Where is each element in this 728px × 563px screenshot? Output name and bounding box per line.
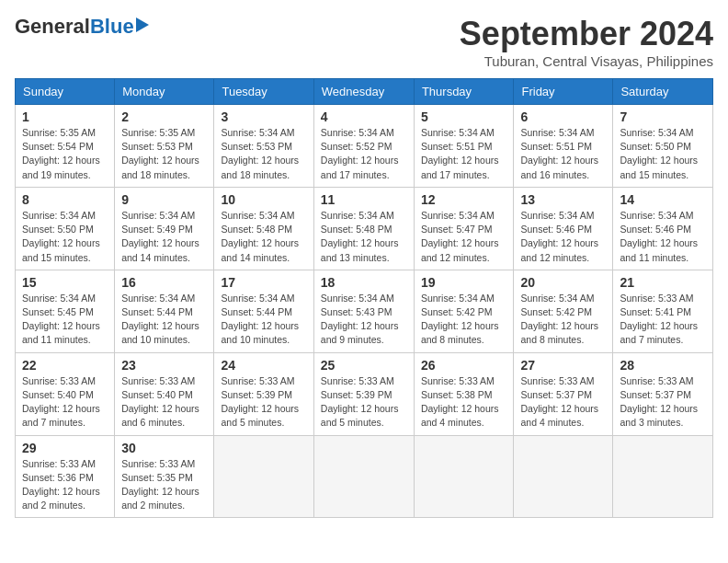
day-info: Sunrise: 5:35 AMSunset: 5:53 PMDaylight:… (121, 126, 207, 182)
day-info: Sunrise: 5:33 AMSunset: 5:38 PMDaylight:… (421, 374, 507, 431)
calendar-cell (613, 435, 713, 518)
calendar-cell: 17 Sunrise: 5:34 AMSunset: 5:44 PMDaylig… (214, 270, 313, 352)
day-info: Sunrise: 5:34 AMSunset: 5:53 PMDaylight:… (221, 126, 306, 182)
day-info: Sunrise: 5:34 AMSunset: 5:48 PMDaylight:… (321, 209, 407, 265)
calendar-header-saturday: Saturday (613, 79, 713, 105)
calendar-row-0: 1 Sunrise: 5:35 AMSunset: 5:54 PMDayligh… (16, 105, 713, 188)
day-info: Sunrise: 5:33 AMSunset: 5:39 PMDaylight:… (321, 374, 407, 431)
title-block: September 2024 Tuburan, Central Visayas,… (460, 15, 713, 69)
day-info: Sunrise: 5:33 AMSunset: 5:40 PMDaylight:… (22, 374, 108, 431)
day-number: 27 (520, 358, 606, 373)
day-number: 20 (520, 275, 606, 290)
calendar-row-2: 15 Sunrise: 5:34 AMSunset: 5:45 PMDaylig… (16, 270, 713, 352)
calendar-cell (514, 435, 613, 518)
day-number: 12 (421, 192, 507, 207)
calendar-cell: 22 Sunrise: 5:33 AMSunset: 5:40 PMDaylig… (16, 352, 115, 435)
calendar-cell (214, 435, 313, 518)
calendar-cell: 11 Sunrise: 5:34 AMSunset: 5:48 PMDaylig… (313, 187, 414, 270)
day-number: 4 (321, 109, 407, 124)
day-info: Sunrise: 5:33 AMSunset: 5:36 PMDaylight:… (22, 457, 108, 513)
day-info: Sunrise: 5:33 AMSunset: 5:41 PMDaylight:… (620, 292, 706, 348)
calendar-cell: 28 Sunrise: 5:33 AMSunset: 5:37 PMDaylig… (613, 352, 713, 435)
calendar-cell: 8 Sunrise: 5:34 AMSunset: 5:50 PMDayligh… (16, 187, 115, 270)
day-number: 21 (620, 275, 706, 290)
day-info: Sunrise: 5:34 AMSunset: 5:45 PMDaylight:… (22, 292, 108, 348)
day-info: Sunrise: 5:34 AMSunset: 5:49 PMDaylight:… (121, 209, 207, 265)
calendar-cell: 29 Sunrise: 5:33 AMSunset: 5:36 PMDaylig… (16, 435, 115, 518)
day-number: 8 (22, 192, 108, 207)
day-number: 30 (121, 441, 207, 455)
logo-blue-text: Blue (90, 15, 134, 39)
location-text: Tuburan, Central Visayas, Philippines (460, 53, 713, 69)
day-number: 3 (221, 109, 306, 124)
day-number: 15 (22, 275, 108, 290)
day-info: Sunrise: 5:34 AMSunset: 5:50 PMDaylight:… (22, 209, 108, 265)
day-number: 24 (221, 358, 306, 373)
day-number: 28 (620, 358, 706, 373)
calendar-header-friday: Friday (514, 79, 613, 105)
calendar-cell: 13 Sunrise: 5:34 AMSunset: 5:46 PMDaylig… (514, 187, 613, 270)
day-info: Sunrise: 5:33 AMSunset: 5:35 PMDaylight:… (121, 457, 207, 513)
day-number: 29 (22, 441, 108, 455)
day-number: 14 (620, 192, 706, 207)
day-info: Sunrise: 5:34 AMSunset: 5:50 PMDaylight:… (620, 126, 706, 182)
calendar-header-thursday: Thursday (414, 79, 514, 105)
day-info: Sunrise: 5:34 AMSunset: 5:47 PMDaylight:… (421, 209, 507, 265)
calendar-cell: 7 Sunrise: 5:34 AMSunset: 5:50 PMDayligh… (613, 105, 713, 188)
calendar-row-4: 29 Sunrise: 5:33 AMSunset: 5:36 PMDaylig… (16, 435, 713, 518)
calendar-cell: 25 Sunrise: 5:33 AMSunset: 5:39 PMDaylig… (313, 352, 414, 435)
calendar-header-tuesday: Tuesday (214, 79, 313, 105)
day-number: 18 (321, 275, 407, 290)
calendar-cell: 27 Sunrise: 5:33 AMSunset: 5:37 PMDaylig… (514, 352, 613, 435)
page-header: General Blue September 2024 Tuburan, Cen… (15, 15, 713, 69)
month-title: September 2024 (460, 15, 713, 53)
calendar-cell: 23 Sunrise: 5:33 AMSunset: 5:40 PMDaylig… (115, 352, 214, 435)
day-number: 19 (421, 275, 507, 290)
calendar-cell (414, 435, 514, 518)
day-number: 25 (321, 358, 407, 373)
day-number: 9 (121, 192, 207, 207)
calendar-cell: 16 Sunrise: 5:34 AMSunset: 5:44 PMDaylig… (115, 270, 214, 352)
day-number: 16 (121, 275, 207, 290)
calendar-cell: 14 Sunrise: 5:34 AMSunset: 5:46 PMDaylig… (613, 187, 713, 270)
calendar-cell: 26 Sunrise: 5:33 AMSunset: 5:38 PMDaylig… (414, 352, 514, 435)
day-info: Sunrise: 5:34 AMSunset: 5:48 PMDaylight:… (221, 209, 306, 265)
calendar-cell: 4 Sunrise: 5:34 AMSunset: 5:52 PMDayligh… (313, 105, 414, 188)
calendar-cell: 3 Sunrise: 5:34 AMSunset: 5:53 PMDayligh… (214, 105, 313, 188)
calendar-header-sunday: Sunday (16, 79, 115, 105)
day-number: 17 (221, 275, 306, 290)
calendar-cell: 5 Sunrise: 5:34 AMSunset: 5:51 PMDayligh… (414, 105, 514, 188)
calendar-cell: 15 Sunrise: 5:34 AMSunset: 5:45 PMDaylig… (16, 270, 115, 352)
day-number: 1 (22, 109, 108, 124)
day-info: Sunrise: 5:34 AMSunset: 5:43 PMDaylight:… (321, 292, 407, 348)
day-info: Sunrise: 5:34 AMSunset: 5:51 PMDaylight:… (421, 126, 507, 182)
day-info: Sunrise: 5:33 AMSunset: 5:39 PMDaylight:… (221, 374, 306, 431)
calendar-cell: 19 Sunrise: 5:34 AMSunset: 5:42 PMDaylig… (414, 270, 514, 352)
day-number: 2 (121, 109, 207, 124)
day-info: Sunrise: 5:33 AMSunset: 5:40 PMDaylight:… (121, 374, 207, 431)
day-info: Sunrise: 5:33 AMSunset: 5:37 PMDaylight:… (520, 374, 606, 431)
day-number: 7 (620, 109, 706, 124)
day-number: 6 (520, 109, 606, 124)
day-info: Sunrise: 5:34 AMSunset: 5:44 PMDaylight:… (121, 292, 207, 348)
day-number: 10 (221, 192, 306, 207)
day-info: Sunrise: 5:34 AMSunset: 5:44 PMDaylight:… (221, 292, 306, 348)
calendar-cell (313, 435, 414, 518)
day-info: Sunrise: 5:34 AMSunset: 5:46 PMDaylight:… (620, 209, 706, 265)
day-info: Sunrise: 5:34 AMSunset: 5:42 PMDaylight:… (520, 292, 606, 348)
calendar-table: SundayMondayTuesdayWednesdayThursdayFrid… (15, 78, 713, 518)
day-number: 23 (121, 358, 207, 373)
logo: General Blue (15, 15, 149, 39)
calendar-cell: 24 Sunrise: 5:33 AMSunset: 5:39 PMDaylig… (214, 352, 313, 435)
calendar-cell: 2 Sunrise: 5:35 AMSunset: 5:53 PMDayligh… (115, 105, 214, 188)
calendar-header-monday: Monday (115, 79, 214, 105)
calendar-row-1: 8 Sunrise: 5:34 AMSunset: 5:50 PMDayligh… (16, 187, 713, 270)
calendar-row-3: 22 Sunrise: 5:33 AMSunset: 5:40 PMDaylig… (16, 352, 713, 435)
calendar-cell: 18 Sunrise: 5:34 AMSunset: 5:43 PMDaylig… (313, 270, 414, 352)
day-number: 22 (22, 358, 108, 373)
day-info: Sunrise: 5:35 AMSunset: 5:54 PMDaylight:… (22, 126, 108, 182)
day-info: Sunrise: 5:34 AMSunset: 5:51 PMDaylight:… (520, 126, 606, 182)
day-info: Sunrise: 5:34 AMSunset: 5:42 PMDaylight:… (421, 292, 507, 348)
calendar-header-wednesday: Wednesday (313, 79, 414, 105)
calendar-cell: 9 Sunrise: 5:34 AMSunset: 5:49 PMDayligh… (115, 187, 214, 270)
